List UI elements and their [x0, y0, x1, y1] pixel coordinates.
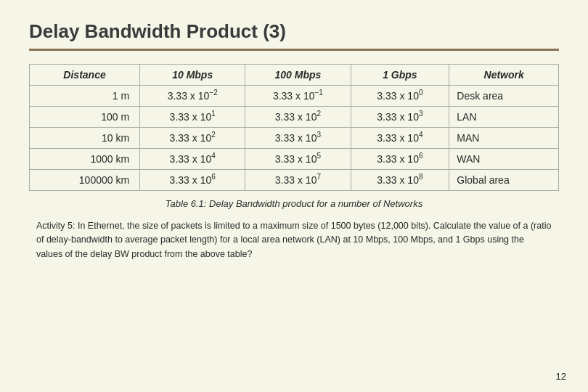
cell-100mbps: 3.33 x 10−1: [245, 86, 351, 107]
cell-network: LAN: [449, 107, 559, 128]
activity-text: Activity 5: In Ethernet, the size of pac…: [36, 219, 552, 261]
col-header-1gbps: 1 Gbps: [351, 65, 449, 86]
cell-network: MAN: [449, 128, 559, 149]
cell-network: Global area: [449, 170, 559, 191]
cell-10mbps: 3.33 x 10−2: [140, 86, 245, 107]
cell-10mbps: 3.33 x 104: [140, 149, 245, 170]
table-row: 100000 km 3.33 x 106 3.33 x 107 3.33 x 1…: [30, 170, 559, 191]
table-row: 1000 km 3.33 x 104 3.33 x 105 3.33 x 106…: [30, 149, 559, 170]
data-table: Distance 10 Mbps 100 Mbps 1 Gbps Network…: [29, 64, 559, 191]
slide-title: Delay Bandwidth Product (3): [29, 20, 559, 43]
col-header-distance: Distance: [30, 65, 140, 86]
cell-network: WAN: [449, 149, 559, 170]
table-header-row: Distance 10 Mbps 100 Mbps 1 Gbps Network: [30, 65, 559, 86]
cell-1gbps: 3.33 x 100: [351, 86, 449, 107]
cell-distance: 10 km: [30, 128, 140, 149]
cell-network: Desk area: [449, 86, 559, 107]
cell-100mbps: 3.33 x 102: [245, 107, 351, 128]
table-caption: Table 6.1: Delay Bandwidth product for a…: [29, 198, 559, 209]
cell-distance: 1 m: [30, 86, 140, 107]
cell-1gbps: 3.33 x 106: [351, 149, 449, 170]
col-header-100mbps: 100 Mbps: [245, 65, 351, 86]
cell-distance: 1000 km: [30, 149, 140, 170]
cell-distance: 100 m: [30, 107, 140, 128]
cell-1gbps: 3.33 x 103: [351, 107, 449, 128]
title-area: Delay Bandwidth Product (3): [29, 20, 559, 51]
table-row: 1 m 3.33 x 10−2 3.33 x 10−1 3.33 x 100 D…: [30, 86, 559, 107]
cell-10mbps: 3.33 x 106: [140, 170, 245, 191]
table-row: 100 m 3.33 x 101 3.33 x 102 3.33 x 103 L…: [30, 107, 559, 128]
table-row: 10 km 3.33 x 102 3.33 x 103 3.33 x 104 M…: [30, 128, 559, 149]
col-header-network: Network: [449, 65, 559, 86]
cell-100mbps: 3.33 x 103: [245, 128, 351, 149]
slide: Delay Bandwidth Product (3) Distance 10 …: [0, 0, 588, 392]
cell-10mbps: 3.33 x 102: [140, 128, 245, 149]
col-header-10mbps: 10 Mbps: [140, 65, 245, 86]
cell-100mbps: 3.33 x 105: [245, 149, 351, 170]
page-number: 12: [556, 371, 566, 382]
cell-10mbps: 3.33 x 101: [140, 107, 245, 128]
cell-distance: 100000 km: [30, 170, 140, 191]
cell-1gbps: 3.33 x 108: [351, 170, 449, 191]
cell-1gbps: 3.33 x 104: [351, 128, 449, 149]
cell-100mbps: 3.33 x 107: [245, 170, 351, 191]
